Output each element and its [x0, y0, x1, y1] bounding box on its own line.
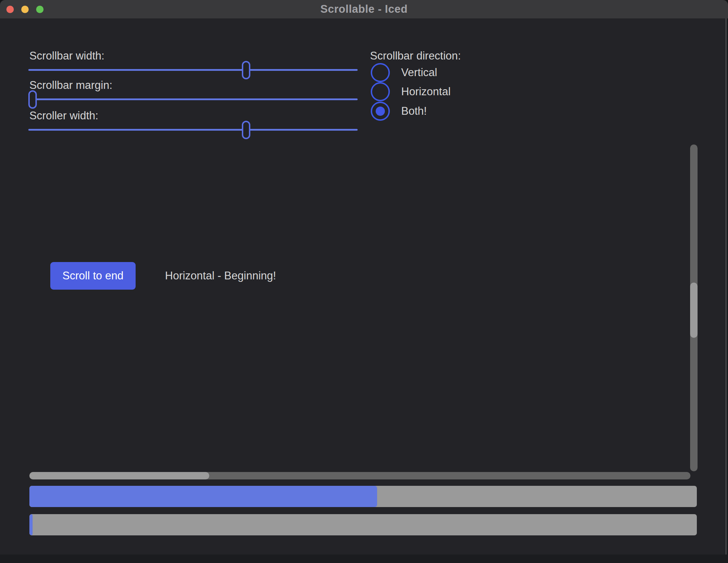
scroll-status-text: Horizontal - Beginning!: [165, 262, 276, 290]
title-bar: Scrollable - Iced: [0, 0, 728, 18]
horizontal-scrollbar-track[interactable]: [29, 472, 690, 479]
progress-bar-1: [29, 486, 697, 507]
slider-handle[interactable]: [242, 121, 250, 139]
radio-circle-selected-icon[interactable]: [371, 102, 390, 121]
zoom-icon[interactable]: [36, 6, 44, 13]
radio-option-label: Vertical: [401, 66, 437, 79]
traffic-lights: [6, 0, 44, 18]
close-icon[interactable]: [6, 6, 14, 13]
progress-bar-2: [29, 514, 697, 535]
radio-circle-icon[interactable]: [371, 63, 390, 82]
window-right-edge: [726, 18, 727, 555]
radio-option-vertical[interactable]: Vertical: [371, 63, 437, 82]
minimize-icon[interactable]: [21, 6, 29, 13]
scrollbar-direction-label: Scrollbar direction:: [370, 49, 461, 63]
radio-option-label: Both!: [401, 105, 427, 118]
vertical-scrollbar-thumb[interactable]: [690, 283, 698, 338]
scrollbar-width-slider[interactable]: [28, 61, 349, 79]
scroller-width-slider[interactable]: [28, 121, 349, 139]
slider-handle[interactable]: [242, 61, 250, 79]
app-window: Scrollable - Iced Scrollbar width: Scrol…: [0, 0, 728, 563]
progress-bar-2-fill: [29, 514, 33, 535]
radio-option-label: Horizontal: [401, 85, 451, 98]
progress-bar-1-fill: [29, 486, 377, 507]
scroll-to-end-button[interactable]: Scroll to end: [50, 262, 136, 290]
scrollbar-margin-slider[interactable]: [28, 90, 349, 109]
vertical-scrollbar-track[interactable]: [690, 144, 698, 471]
radio-option-both[interactable]: Both!: [371, 102, 427, 121]
radio-option-horizontal[interactable]: Horizontal: [371, 82, 451, 101]
radio-circle-icon[interactable]: [371, 82, 390, 101]
horizontal-scrollbar-thumb[interactable]: [29, 472, 209, 479]
slider-handle[interactable]: [28, 90, 37, 109]
radio-dot-icon: [376, 107, 385, 116]
window-title: Scrollable - Iced: [320, 3, 408, 16]
